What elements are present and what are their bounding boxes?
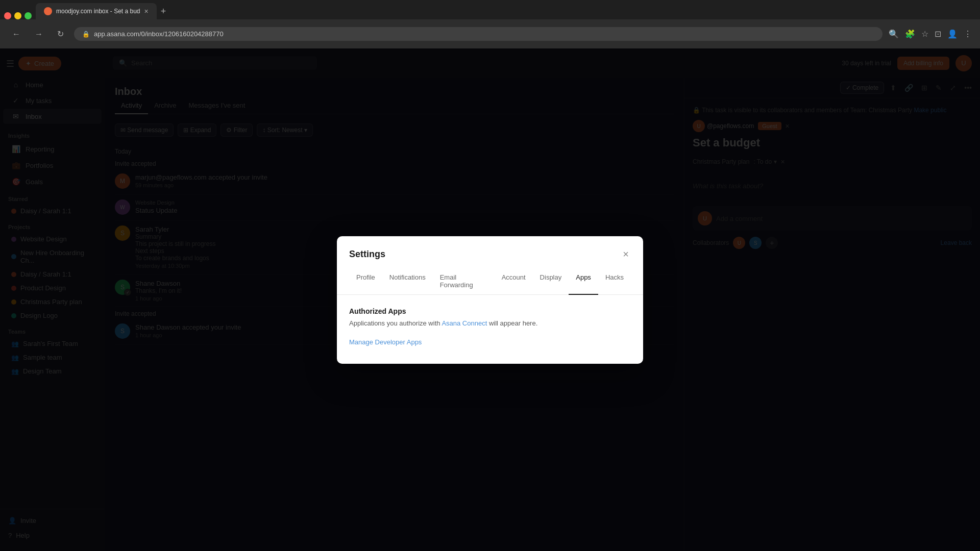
authorized-apps-desc: Applications you authorize with Asana Co… [349, 318, 631, 329]
browser-tabs: moodjoy.com inbox - Set a bud × + [0, 0, 980, 19]
window-close[interactable] [4, 12, 11, 19]
window-minimize[interactable] [14, 12, 21, 19]
tab-close-button[interactable]: × [144, 7, 149, 15]
address-bar[interactable]: 🔒 app.asana.com/0/inbox/1206160204288770 [74, 27, 883, 41]
tab-notifications[interactable]: Notifications [382, 268, 433, 295]
window-maximize[interactable] [24, 12, 32, 19]
more-icon[interactable]: ⋮ [964, 29, 972, 39]
new-tab-button[interactable]: + [157, 3, 170, 19]
browser-chrome: moodjoy.com inbox - Set a bud × + ← → ↻ … [0, 0, 980, 48]
asana-connect-link[interactable]: Asana Connect [442, 319, 487, 327]
browser-toolbar-right: 🔍 🧩 ☆ ⊡ 👤 ⋮ [889, 29, 972, 39]
back-button[interactable]: ← [8, 28, 24, 41]
tab-hacks[interactable]: Hacks [598, 268, 631, 295]
browser-toolbar: ← → ↻ 🔒 app.asana.com/0/inbox/1206160204… [0, 19, 980, 48]
modal-overlay[interactable]: Settings × Profile Notifications Email F… [0, 48, 980, 551]
manage-developer-apps-link[interactable]: Manage Developer Apps [349, 338, 422, 346]
tab-profile[interactable]: Profile [349, 268, 382, 295]
app-container: ☰ ✦ Create ⌂ Home ✓ My tasks ✉ Inbox Ins… [0, 48, 980, 551]
url-text: app.asana.com/0/inbox/1206160204288770 [94, 30, 874, 38]
profile-icon[interactable]: 👤 [947, 29, 958, 39]
bookmark-icon[interactable]: ☆ [921, 29, 928, 39]
forward-button[interactable]: → [31, 28, 47, 41]
reload-button[interactable]: ↻ [53, 27, 68, 41]
lock-icon: 🔒 [82, 31, 90, 38]
tab-favicon [44, 7, 52, 15]
tab-account[interactable]: Account [495, 268, 533, 295]
modal-close-button[interactable]: × [621, 246, 631, 262]
modal-tabs: Profile Notifications Email Forwarding A… [337, 268, 643, 295]
tab-apps[interactable]: Apps [569, 268, 598, 295]
sidebar-toggle-icon[interactable]: ⊡ [935, 29, 941, 39]
modal-title: Settings [349, 249, 385, 260]
modal-body: Authorized Apps Applications you authori… [337, 295, 643, 359]
browser-search-icon[interactable]: 🔍 [889, 29, 899, 39]
tab-title: moodjoy.com inbox - Set a bud [56, 8, 140, 15]
settings-modal: Settings × Profile Notifications Email F… [337, 236, 643, 364]
authorized-apps-title: Authorized Apps [349, 307, 631, 315]
tab-display[interactable]: Display [533, 268, 569, 295]
tab-email-forwarding[interactable]: Email Forwarding [433, 268, 495, 295]
extensions-icon[interactable]: 🧩 [905, 29, 915, 39]
modal-header: Settings × [337, 236, 643, 262]
active-tab[interactable]: moodjoy.com inbox - Set a bud × [36, 3, 157, 19]
